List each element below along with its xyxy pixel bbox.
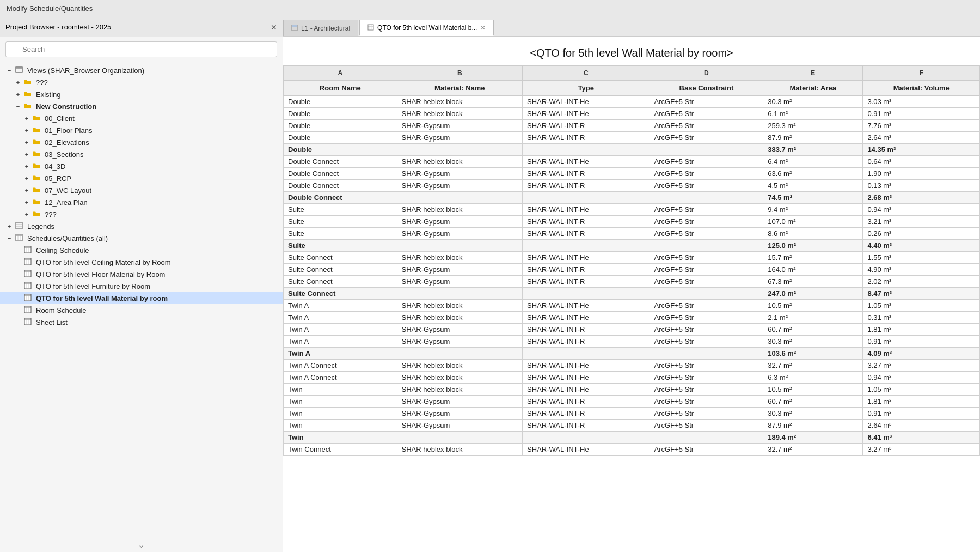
svg-rect-23 [24,282,31,289]
tree-toggle-3d[interactable]: + [23,163,30,169]
table-row[interactable]: Double ConnectSHAR heblex blockSHAR-WAL-… [284,156,980,168]
tree-item-qto-wall[interactable]: QTO for 5th level Wall Material by room [0,292,283,304]
cell-r28-c2 [523,432,650,444]
tree-item-room-sched[interactable]: Room Schedule [0,304,283,316]
tree-item-sheet-list[interactable]: Sheet List [0,316,283,328]
tree-label-views-root: Views (SHAR_Browser Organization) [27,66,283,75]
table-row[interactable]: TwinSHAR-GypsumSHAR-WAL-INT-RArcGF+5 Str… [284,408,980,420]
tree-item-legends[interactable]: +Legends [0,220,283,232]
tree-toggle-wc-layout[interactable]: + [23,187,30,193]
tree-item-floor-plans[interactable]: +01_Floor Plans [0,124,283,136]
tree-toggle-qqq1[interactable]: + [14,79,22,86]
cell-r13-c3: ArcGF+5 Str [650,252,763,264]
tab-tab-l1[interactable]: L1 - Architectural [283,20,358,36]
table-row[interactable]: Twin ASHAR-GypsumSHAR-WAL-INT-RArcGF+5 S… [284,336,980,348]
table-row[interactable]: Suite Connect247.0 m²8.47 m³ [284,288,980,300]
table-row[interactable]: Suite ConnectSHAR heblex blockSHAR-WAL-I… [284,252,980,264]
table-row[interactable]: Twin A ConnectSHAR heblex blockSHAR-WAL-… [284,372,980,384]
cell-r13-c5: 1.55 m³ [863,252,980,264]
tree-toggle-legends[interactable]: + [5,223,13,229]
table-row[interactable]: Twin ConnectSHAR heblex blockSHAR-WAL-IN… [284,444,980,456]
table-row[interactable]: TwinSHAR heblex blockSHAR-WAL-INT-HeArcG… [284,384,980,396]
tab-tab-qto[interactable]: QTO for 5th level Wall Material b...✕ [359,20,494,36]
svg-rect-27 [24,294,31,301]
table-row[interactable]: SuiteSHAR-GypsumSHAR-WAL-INT-RArcGF+5 St… [284,228,980,240]
tree-item-new-const[interactable]: −New Construction [0,100,283,112]
table-row[interactable]: Double ConnectSHAR-GypsumSHAR-WAL-INT-RA… [284,168,980,180]
cell-r18-c2: SHAR-WAL-INT-He [523,312,650,324]
tree-item-existing[interactable]: +Existing [0,88,283,100]
cell-r18-c1: SHAR heblex block [397,312,523,324]
cell-r20-c2: SHAR-WAL-INT-R [523,336,650,348]
cell-r25-c2: SHAR-WAL-INT-R [523,396,650,408]
cell-r1-c1: SHAR heblex block [397,108,523,120]
tree-toggle-views-root[interactable]: − [5,67,13,74]
close-button[interactable]: ✕ [271,23,277,31]
table-row[interactable]: DoubleSHAR heblex blockSHAR-WAL-INT-HeAr… [284,108,980,120]
tree-icon-ceil-sched [24,246,32,255]
tab-close-tab-qto[interactable]: ✕ [480,24,486,32]
tree-toggle-qqq2[interactable]: + [23,211,30,217]
cell-r27-c1: SHAR-Gypsum [397,420,523,432]
table-row[interactable]: Twin A103.6 m²4.09 m³ [284,348,980,360]
tree-item-qqq2[interactable]: +??? [0,208,283,220]
tree-toggle-client[interactable]: + [23,115,30,122]
tree-label-rcp: 05_RCP [45,174,283,183]
table-row[interactable]: SuiteSHAR heblex blockSHAR-WAL-INT-HeArc… [284,204,980,216]
cell-r2-c1: SHAR-Gypsum [397,120,523,132]
tree-toggle-sections[interactable]: + [23,151,30,157]
tree-item-qto-floor[interactable]: QTO for 5th level Floor Material by Room [0,268,283,280]
table-row[interactable]: Suite ConnectSHAR-GypsumSHAR-WAL-INT-RAr… [284,264,980,276]
table-row[interactable]: DoubleSHAR-GypsumSHAR-WAL-INT-RArcGF+5 S… [284,132,980,144]
tree-item-wc-layout[interactable]: +07_WC Layout [0,184,283,196]
project-browser-title: Project Browser - roomtest - 2025 [5,23,111,31]
tree-item-rcp[interactable]: +05_RCP [0,172,283,184]
tree-item-views-root[interactable]: −Views (SHAR_Browser Organization) [0,64,283,76]
cell-r6-c5: 1.90 m³ [863,168,980,180]
tree-toggle-area-plan[interactable]: + [23,199,30,205]
table-row[interactable]: Double ConnectSHAR-GypsumSHAR-WAL-INT-RA… [284,180,980,192]
tree-item-sections[interactable]: +03_Sections [0,148,283,160]
tree-item-qqq1[interactable]: +??? [0,76,283,88]
tree-item-schedules[interactable]: −Schedules/Quantities (all) [0,232,283,244]
table-row[interactable]: Twin ASHAR heblex blockSHAR-WAL-INT-HeAr… [284,300,980,312]
table-row[interactable]: Double383.7 m²14.35 m³ [284,144,980,156]
tree-container[interactable]: −Views (SHAR_Browser Organization)+???+E… [0,62,283,537]
tree-toggle-rcp[interactable]: + [23,175,30,181]
table-row[interactable]: DoubleSHAR-GypsumSHAR-WAL-INT-RArcGF+5 S… [284,120,980,132]
search-input[interactable] [5,41,277,57]
table-row[interactable]: SuiteSHAR-GypsumSHAR-WAL-INT-RArcGF+5 St… [284,216,980,228]
cell-r4-c2 [523,144,650,156]
table-row[interactable]: Twin189.4 m²6.41 m³ [284,432,980,444]
tree-item-client[interactable]: +00_Client [0,112,283,124]
tree-label-floor-plans: 01_Floor Plans [45,126,283,135]
svg-rect-11 [24,246,31,253]
tree-item-ceil-sched[interactable]: Ceiling Schedule [0,244,283,256]
cell-r29-c4: 32.7 m² [763,444,863,456]
table-row[interactable]: Suite125.0 m²4.40 m³ [284,240,980,252]
tree-toggle-schedules[interactable]: − [5,235,13,241]
table-row[interactable]: DoubleSHAR heblex blockSHAR-WAL-INT-HeAr… [284,96,980,108]
schedule-content[interactable]: <QTO for 5th level Wall Material by room… [283,37,980,552]
table-row[interactable]: TwinSHAR-GypsumSHAR-WAL-INT-RArcGF+5 Str… [284,396,980,408]
col-letter-F: F [863,66,980,81]
tree-item-3d[interactable]: +04_3D [0,160,283,172]
table-row[interactable]: Double Connect74.5 m²2.68 m³ [284,192,980,204]
table-row[interactable]: TwinSHAR-GypsumSHAR-WAL-INT-RArcGF+5 Str… [284,420,980,432]
tree-item-qto-furn[interactable]: QTO for 5th level Furniture by Room [0,280,283,292]
table-row[interactable]: Twin ASHAR-GypsumSHAR-WAL-INT-RArcGF+5 S… [284,324,980,336]
tree-toggle-elevations[interactable]: + [23,139,30,145]
tree-item-area-plan[interactable]: +12_Area Plan [0,196,283,208]
table-row[interactable]: Twin A ConnectSHAR heblex blockSHAR-WAL-… [284,360,980,372]
table-row[interactable]: Suite ConnectSHAR-GypsumSHAR-WAL-INT-RAr… [284,276,980,288]
tree-toggle-new-const[interactable]: − [14,103,22,110]
cell-r1-c2: SHAR-WAL-INT-He [523,108,650,120]
table-row[interactable]: Twin ASHAR heblex blockSHAR-WAL-INT-HeAr… [284,312,980,324]
tree-item-qto-ceil[interactable]: QTO for 5th level Ceiling Material by Ro… [0,256,283,268]
cell-r23-c0: Twin A Connect [284,372,397,384]
tree-item-elevations[interactable]: +02_Elevations [0,136,283,148]
cell-r25-c5: 1.81 m³ [863,396,980,408]
tree-toggle-existing[interactable]: + [14,91,22,98]
tree-toggle-floor-plans[interactable]: + [23,127,30,134]
cell-r26-c2: SHAR-WAL-INT-R [523,408,650,420]
